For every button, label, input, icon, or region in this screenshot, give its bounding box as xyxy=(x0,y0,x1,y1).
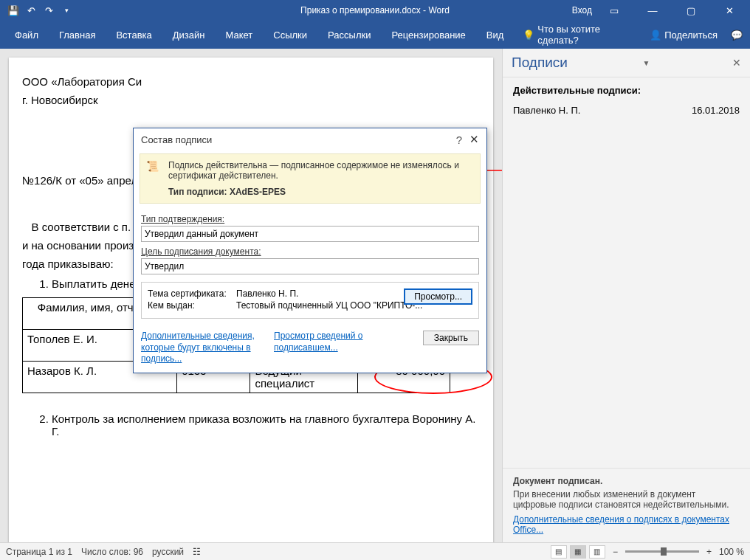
qat-dropdown-icon[interactable]: ▾ xyxy=(59,3,74,18)
pane-close-icon[interactable]: ✕ xyxy=(732,57,741,69)
save-icon[interactable]: 💾 xyxy=(6,3,21,18)
tab-design[interactable]: Дизайн xyxy=(165,25,213,45)
signature-date: 16.01.2018 xyxy=(692,105,740,116)
confirm-type-label: Тип подтверждения: xyxy=(141,214,479,224)
share-button[interactable]: 👤 Поделиться xyxy=(650,30,718,41)
minimize-icon[interactable]: — xyxy=(636,0,669,21)
pane-title: Подписи xyxy=(512,55,568,71)
accessibility-icon[interactable]: ☷ xyxy=(193,547,201,557)
login-button[interactable]: Вход xyxy=(572,5,592,15)
confirm-type-field[interactable] xyxy=(141,226,479,242)
print-layout-icon[interactable]: ▦ xyxy=(570,545,586,559)
lightbulb-icon: 💡 xyxy=(523,30,534,41)
zoom-in-button[interactable]: + xyxy=(706,547,712,557)
share-icon: 👤 xyxy=(650,30,661,41)
close-icon[interactable]: ✕ xyxy=(713,0,746,21)
additional-info-link[interactable]: Дополнительные сведения, которые будут в… xyxy=(141,331,259,365)
tab-insert[interactable]: Вставка xyxy=(109,25,159,45)
tab-file[interactable]: Файл xyxy=(7,25,46,45)
certificate-icon: 📜 xyxy=(146,160,161,197)
tell-me-search[interactable]: 💡 Что вы хотите сделать? xyxy=(523,24,629,46)
purpose-label: Цель подписания документа: xyxy=(141,246,479,257)
signature-details-dialog: Состав подписи ? ✕ 📜 Подпись действитель… xyxy=(133,128,487,373)
comments-icon[interactable]: 💬 xyxy=(731,30,743,41)
tab-mailings[interactable]: Рассылки xyxy=(320,25,378,45)
close-button[interactable]: Закрыть xyxy=(423,331,479,345)
help-icon[interactable]: ? xyxy=(456,134,462,146)
certificate-info: Тема сертификата:Павленко Н. П. Кем выда… xyxy=(141,282,479,319)
zoom-slider[interactable] xyxy=(625,550,699,553)
language-indicator[interactable]: русский xyxy=(152,547,184,557)
purpose-field[interactable] xyxy=(141,258,479,274)
status-bar: Страница 1 из 1 Число слов: 96 русский ☷… xyxy=(0,542,750,560)
valid-signatures-header: Действительные подписи: xyxy=(513,85,740,96)
signer-info-link[interactable]: Просмотр сведений о подписавшем... xyxy=(274,331,392,365)
ribbon-tabs: Файл Главная Вставка Дизайн Макет Ссылки… xyxy=(0,21,750,49)
quick-access-toolbar: 💾 ↶ ↷ ▾ xyxy=(0,3,74,18)
document-area: ООО «Лаборатория Си г. Новосибирск О пре… xyxy=(0,49,502,542)
zoom-out-button[interactable]: − xyxy=(613,547,618,557)
signatures-footer: Документ подписан. При внесении любых из… xyxy=(503,468,750,542)
signatures-help-link[interactable]: Дополнительные сведения о подписях в док… xyxy=(513,514,740,535)
signature-entry[interactable]: Павленко Н. П. 16.01.2018 xyxy=(513,103,740,117)
ribbon-options-icon[interactable]: ▭ xyxy=(598,0,630,21)
tab-layout[interactable]: Макет xyxy=(218,25,260,45)
redo-icon[interactable]: ↷ xyxy=(41,3,56,18)
title-bar: 💾 ↶ ↷ ▾ Приказ о премировании.docx - Wor… xyxy=(0,0,750,21)
dialog-title: Состав подписи xyxy=(141,134,212,145)
view-switcher: ▤ ▦ ▥ xyxy=(551,545,605,559)
zoom-level[interactable]: 100 % xyxy=(719,547,744,557)
maximize-icon[interactable]: ▢ xyxy=(675,0,707,21)
page-indicator[interactable]: Страница 1 из 1 xyxy=(6,547,72,557)
pane-menu-icon[interactable]: ▼ xyxy=(643,59,650,67)
tab-review[interactable]: Рецензирование xyxy=(384,25,472,45)
window-title: Приказ о премировании.docx - Word xyxy=(300,5,450,15)
read-mode-icon[interactable]: ▤ xyxy=(551,545,567,559)
tab-home[interactable]: Главная xyxy=(52,25,103,45)
signature-valid-banner: 📜 Подпись действительна — подписанное со… xyxy=(140,153,481,204)
tab-view[interactable]: Вид xyxy=(479,25,512,45)
org-line: ООО «Лаборатория Си xyxy=(22,74,480,89)
tab-references[interactable]: Ссылки xyxy=(266,25,314,45)
dialog-titlebar: Состав подписи ? ✕ xyxy=(134,128,486,151)
signer-name: Павленко Н. П. xyxy=(513,105,580,116)
word-count[interactable]: Число слов: 96 xyxy=(81,547,143,557)
dialog-close-icon[interactable]: ✕ xyxy=(469,133,479,146)
signatures-pane: Подписи ▼ ✕ Действительные подписи: Павл… xyxy=(502,49,750,542)
city-line: г. Новосибирск xyxy=(22,92,480,108)
list-item-2: Контроль за исполнением приказа возложит… xyxy=(52,412,480,438)
web-layout-icon[interactable]: ▥ xyxy=(589,545,605,559)
undo-icon[interactable]: ↶ xyxy=(24,3,38,18)
view-certificate-button[interactable]: Просмотр... xyxy=(404,288,472,305)
